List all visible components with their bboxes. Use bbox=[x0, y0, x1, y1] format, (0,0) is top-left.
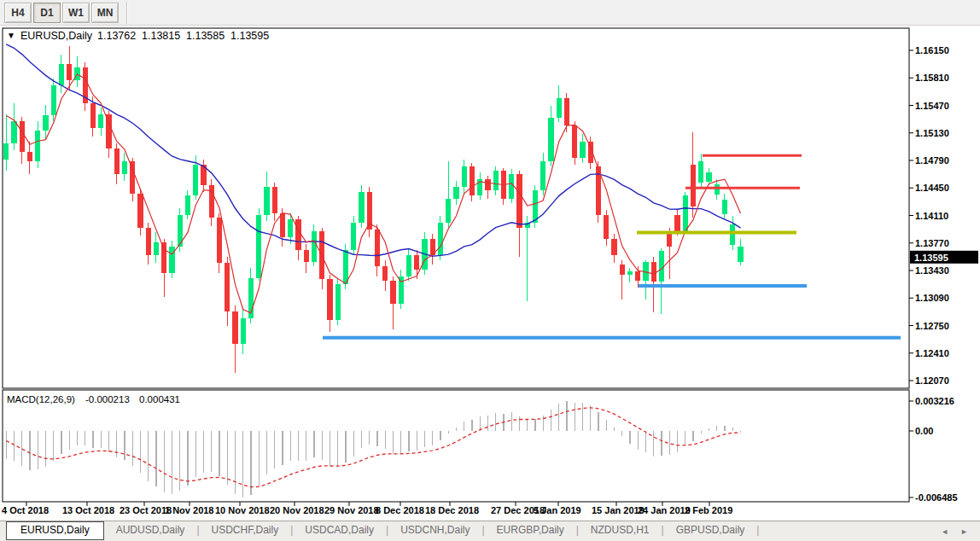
candle bbox=[256, 208, 261, 281]
tab-separator: | bbox=[756, 521, 759, 536]
symbol-tab-usdchf[interactable]: USDCHF,Daily bbox=[200, 521, 291, 539]
price-tick-label: 1.16150 bbox=[915, 45, 949, 55]
macd-indicator-label: MACD(12,26,9) bbox=[7, 394, 75, 404]
date-tick-label: 8 Dec 2018 bbox=[376, 505, 424, 515]
date-tick-label: 18 Dec 2018 bbox=[425, 505, 479, 515]
date-tick-label: 20 Nov 2018 bbox=[270, 505, 324, 515]
symbol-tab-bar: EURUSD,DailyAUDUSD,Daily|USDCHF,Daily|US… bbox=[0, 521, 980, 541]
macd-tick-label: -0.006485 bbox=[915, 492, 958, 503]
macd-tick-label: 0.003216 bbox=[915, 396, 954, 406]
date-tick-label: 13 Oct 2018 bbox=[62, 505, 114, 515]
symbol-tab-nzdusd[interactable]: NZDUSD,H1 bbox=[579, 521, 662, 539]
price-tick-label: 1.15130 bbox=[915, 128, 949, 138]
price-tick-label: 1.15810 bbox=[915, 73, 949, 83]
symbol-tab-gbpusd[interactable]: GBPUSD,Daily bbox=[664, 521, 757, 539]
symbol-tab-usdcnh[interactable]: USDCNH,Daily bbox=[388, 521, 481, 539]
chart-area[interactable]: 1.161501.158101.154701.151301.147901.144… bbox=[0, 0, 980, 541]
price-tick-label: 1.12750 bbox=[915, 321, 949, 331]
price-tick-label: 1.12410 bbox=[915, 348, 949, 358]
price-tick-label: 1.14110 bbox=[915, 211, 948, 221]
price-tick-label: 1.14450 bbox=[915, 183, 949, 193]
date-tick-label: 4 Oct 2018 bbox=[2, 505, 49, 515]
symbol-tab-eurusd[interactable]: EURUSD,Daily bbox=[6, 521, 104, 540]
chart-background bbox=[0, 26, 980, 521]
date-tick-label: 2 Feb 2019 bbox=[685, 505, 732, 515]
candle bbox=[178, 208, 183, 252]
macd-main-value: -0.000213 bbox=[85, 394, 130, 404]
chart-title-symbol: EURUSD,Daily bbox=[20, 30, 93, 42]
price-tick-label: 1.14790 bbox=[915, 155, 949, 166]
ohlc-low: 1.13585 bbox=[186, 30, 225, 42]
date-tick-label: 24 Jan 2019 bbox=[638, 505, 691, 515]
candle bbox=[572, 121, 577, 165]
macd-tick-label: 0.00 bbox=[915, 426, 933, 436]
date-tick-label: 10 Nov 2018 bbox=[215, 505, 270, 515]
macd-signal-value: 0.000431 bbox=[139, 394, 180, 404]
symbol-tab-usdcad[interactable]: USDCAD,Daily bbox=[293, 521, 386, 539]
date-tick-label: 5 Jan 2019 bbox=[534, 505, 581, 515]
price-tick-label: 1.12070 bbox=[915, 375, 949, 386]
symbol-tab-audusd[interactable]: AUDUSD,Daily bbox=[104, 521, 197, 539]
tabs-scroll-right-icon[interactable]: ► bbox=[960, 527, 968, 536]
candle bbox=[335, 278, 341, 325]
date-tick-label: 1 Nov 2018 bbox=[165, 505, 213, 515]
ohlc-high: 1.13815 bbox=[142, 30, 180, 42]
tabs-scroll-left-icon[interactable]: ◄ bbox=[941, 527, 948, 536]
price-tick-label: 1.13430 bbox=[915, 265, 949, 276]
candle bbox=[438, 216, 443, 259]
current-price-label: 1.13595 bbox=[914, 253, 948, 263]
ohlc-open: 1.13762 bbox=[97, 30, 136, 42]
price-tick-label: 1.15470 bbox=[915, 101, 949, 111]
price-tick-label: 1.13770 bbox=[915, 238, 949, 248]
date-tick-label: 29 Nov 2018 bbox=[324, 505, 379, 515]
date-tick-label: 23 Oct 2018 bbox=[120, 505, 172, 515]
price-tick-label: 1.13090 bbox=[915, 293, 949, 303]
symbol-tab-eurgbp[interactable]: EURGBP,Daily bbox=[485, 521, 576, 539]
symbol-dropdown-icon[interactable]: ▼ bbox=[7, 31, 15, 40]
ohlc-close: 1.13595 bbox=[230, 30, 269, 42]
date-tick-label: 15 Jan 2019 bbox=[592, 505, 645, 515]
